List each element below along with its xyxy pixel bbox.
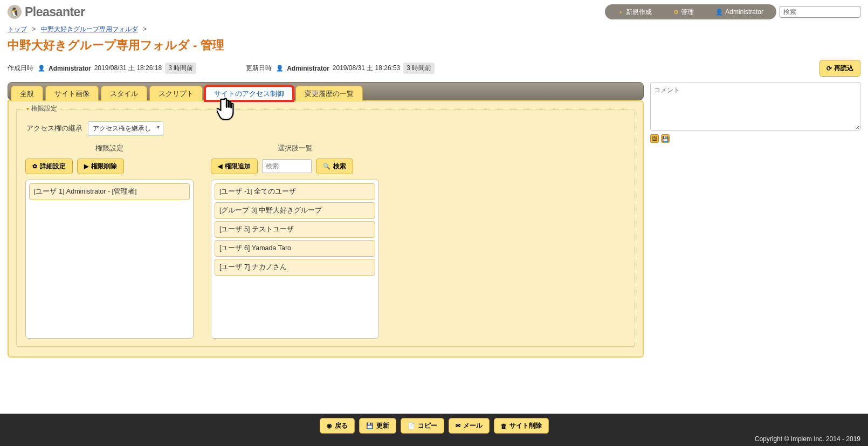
list-item[interactable]: [ユーザ 5] テストユーザ bbox=[215, 221, 375, 238]
gear-icon: ✿ bbox=[32, 163, 37, 170]
detail-settings-button[interactable]: ✿詳細設定 bbox=[25, 159, 73, 174]
updated-user: Administrator bbox=[287, 65, 329, 72]
tab-style[interactable]: スタイル bbox=[101, 86, 147, 101]
list-item[interactable]: [ユーザ 1] Administrator - [管理者] bbox=[29, 183, 190, 200]
inherit-select[interactable]: アクセス権を継承し bbox=[88, 121, 163, 136]
permissions-listbox[interactable]: [ユーザ 1] Administrator - [管理者] bbox=[25, 180, 194, 339]
image-icon[interactable]: 🖼 bbox=[650, 134, 659, 143]
new-label: 新規作成 bbox=[626, 8, 652, 17]
add-label: 権限追加 bbox=[225, 162, 251, 171]
list-item[interactable]: [ユーザ 6] Yamada Taro bbox=[215, 240, 375, 257]
save-icon[interactable]: 💾 bbox=[661, 134, 670, 143]
tab-history[interactable]: 変更履歴の一覧 bbox=[295, 86, 363, 101]
new-link[interactable]: ＋新規作成 bbox=[607, 8, 663, 17]
search-button[interactable]: 🔍検索 bbox=[316, 159, 353, 174]
created-at: 2019/08/31 土 18:26:18 bbox=[94, 64, 162, 73]
detail-label: 詳細設定 bbox=[40, 162, 66, 171]
updated-label: 更新日時 bbox=[246, 64, 272, 73]
user-label: Administrator bbox=[725, 8, 763, 16]
options-listbox[interactable]: [ユーザ -1] 全てのユーザ[グループ 3] 中野大好きグループ[ユーザ 5]… bbox=[211, 180, 379, 339]
logo-icon: 🐧 bbox=[8, 5, 22, 19]
tab-site-image[interactable]: サイト画像 bbox=[45, 86, 99, 101]
list-item[interactable]: [グループ 3] 中野大好きグループ bbox=[215, 202, 375, 219]
updated-rel: 3 時間前 bbox=[403, 63, 435, 74]
list-item[interactable]: [ユーザ 7] ナカノさん bbox=[215, 259, 375, 276]
created-rel: 3 時間前 bbox=[165, 63, 196, 74]
topbar: ＋新規作成 ⚙管理 👤Administrator bbox=[605, 4, 776, 19]
remove-perm-button[interactable]: ▶権限削除 bbox=[77, 159, 124, 174]
inherit-value: アクセス権を継承し bbox=[93, 125, 151, 132]
global-search-input[interactable] bbox=[780, 6, 860, 18]
arrow-left-icon: ◀ bbox=[218, 163, 222, 170]
options-search-input[interactable] bbox=[262, 159, 312, 173]
plus-icon: ＋ bbox=[618, 8, 624, 16]
add-perm-button[interactable]: ◀権限追加 bbox=[211, 159, 258, 174]
breadcrumb: トップ > 中野大好きグループ専用フォルダ > bbox=[0, 23, 868, 37]
updated-at: 2019/08/31 土 18:26:53 bbox=[333, 64, 400, 73]
remove-label: 権限削除 bbox=[91, 162, 117, 171]
person-icon: 👤 bbox=[276, 65, 284, 72]
comment-textarea[interactable] bbox=[650, 82, 860, 131]
inherit-label: アクセス権の継承 bbox=[26, 123, 82, 133]
admin-label: 管理 bbox=[681, 8, 694, 17]
user-link[interactable]: 👤Administrator bbox=[705, 8, 774, 16]
admin-link[interactable]: ⚙管理 bbox=[663, 8, 705, 17]
search-label: 検索 bbox=[333, 162, 346, 171]
access-panel: 権限設定 アクセス権の継承 アクセス権を継承し 権限設定 ✿詳細設定 ▶権限削除 bbox=[8, 100, 644, 358]
tab-general[interactable]: 全般 bbox=[11, 86, 43, 101]
crumb-folder[interactable]: 中野大好きグループ専用フォルダ bbox=[41, 25, 138, 33]
perm-header: 権限設定 bbox=[25, 143, 194, 153]
logo[interactable]: 🐧 Pleasanter bbox=[8, 5, 85, 19]
person-icon: 👤 bbox=[38, 65, 45, 72]
reload-label: 再読込 bbox=[834, 64, 853, 73]
logo-text: Pleasanter bbox=[25, 5, 85, 19]
reload-icon: ⟳ bbox=[826, 65, 832, 72]
options-header: 選択肢一覧 bbox=[211, 143, 379, 153]
page-title: 中野大好きグループ専用フォルダ - 管理 bbox=[0, 37, 868, 58]
created-label: 作成日時 bbox=[8, 64, 33, 73]
list-item[interactable]: [ユーザ -1] 全てのユーザ bbox=[215, 183, 375, 200]
tabs: 全般 サイト画像 スタイル スクリプト サイトのアクセス制御 変更履歴の一覧 bbox=[8, 82, 644, 100]
fieldset-legend[interactable]: 権限設定 bbox=[25, 105, 58, 113]
crumb-top[interactable]: トップ bbox=[8, 25, 27, 33]
gear-icon: ⚙ bbox=[673, 9, 679, 16]
tab-script[interactable]: スクリプト bbox=[149, 86, 203, 101]
person-icon: 👤 bbox=[715, 9, 723, 16]
arrow-right-icon: ▶ bbox=[84, 163, 88, 170]
created-user: Administrator bbox=[49, 65, 91, 72]
meta-bar: 作成日時 👤 Administrator 2019/08/31 土 18:26:… bbox=[0, 58, 868, 82]
reload-button[interactable]: ⟳ 再読込 bbox=[819, 60, 860, 77]
search-icon: 🔍 bbox=[323, 163, 330, 170]
tab-access-control[interactable]: サイトのアクセス制御 bbox=[205, 86, 293, 101]
